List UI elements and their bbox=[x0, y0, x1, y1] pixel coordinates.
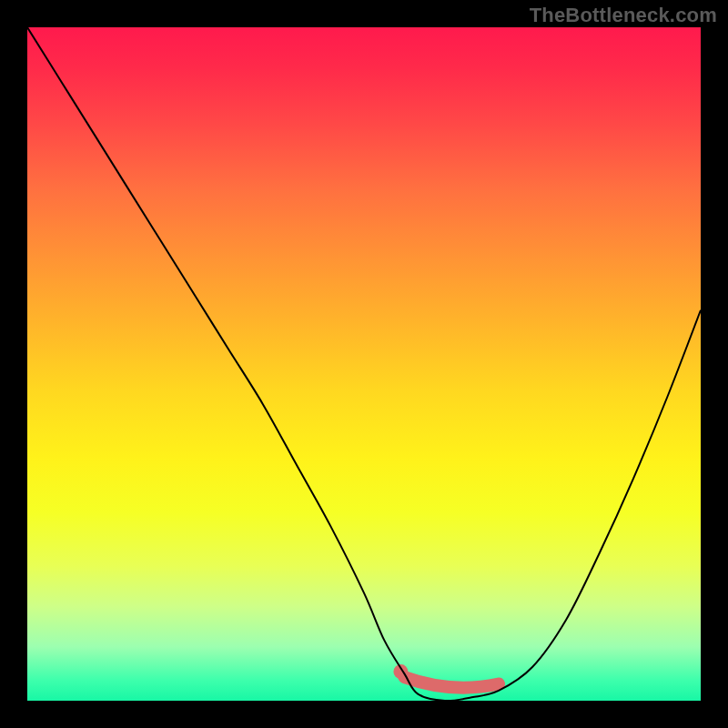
optimal-band-marker bbox=[404, 677, 499, 688]
watermark-text: TheBottleneck.com bbox=[530, 4, 717, 27]
bottleneck-curve bbox=[27, 27, 701, 701]
plot-area bbox=[27, 27, 701, 701]
chart-frame: TheBottleneck.com bbox=[0, 0, 728, 728]
chart-overlay bbox=[27, 27, 701, 701]
